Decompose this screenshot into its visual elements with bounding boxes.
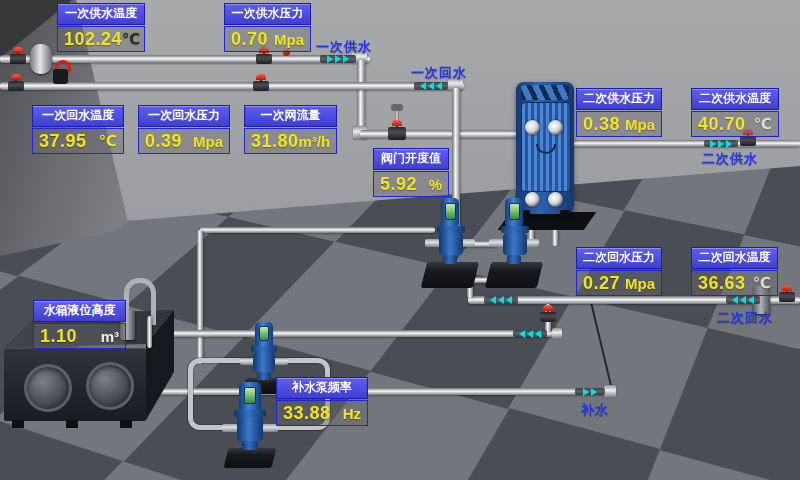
- gauge-value: 36.63℃: [691, 270, 778, 296]
- gauge-number: 36.63: [698, 273, 746, 294]
- gauge-unit: ℃: [122, 30, 140, 48]
- gauge-title: 二次供水温度: [691, 88, 779, 110]
- hx-carrying-bar: [521, 85, 569, 100]
- gauge-title: 二次回水温度: [691, 247, 778, 269]
- gauge-unit: ℃: [99, 132, 117, 150]
- hx-port: [548, 192, 563, 207]
- flow-arrows-primary-return: [414, 82, 448, 90]
- gauge-number: 1.10: [40, 326, 77, 347]
- gauge-title: 一次供水温度: [57, 3, 145, 25]
- gauge-title: 二次回水压力: [576, 247, 662, 269]
- pipe-label-makeup-water: 补水: [581, 401, 609, 419]
- gauge-title: 一次供水压力: [224, 3, 311, 25]
- gauge-value: 37.95℃: [32, 128, 124, 154]
- gauge-makeup-pump-frequency: 补水泵频率 33.88Hz: [276, 377, 368, 426]
- gauge-primary-network-flow: 一次网流量 31.80m³/h: [244, 105, 337, 154]
- tank-leg: [12, 420, 24, 428]
- gauge-unit: m³: [101, 328, 119, 345]
- control-valve-knob: [391, 104, 403, 111]
- valve-secondary-return[interactable]: [779, 292, 795, 302]
- gauge-value: 0.27Mpa: [576, 270, 662, 296]
- gauge-primary-supply-pressure: 一次供水压力 0.70Mpa: [224, 3, 311, 52]
- pipe-pump-suction-drop: [197, 230, 203, 364]
- gauge-unit: ℃: [754, 115, 772, 133]
- gauge-secondary-return-temp: 二次回水温度 36.63℃: [691, 247, 778, 296]
- pipe-end-cap: [604, 385, 616, 398]
- flow-arrows-makeup-main: [513, 330, 547, 337]
- flow-arrows-makeup-water: [575, 388, 605, 395]
- tank-manhole: [86, 362, 134, 410]
- gauge-number: 33.88: [283, 403, 331, 424]
- gauge-secondary-return-pressure: 二次回水压力 0.27Mpa: [576, 247, 662, 296]
- pipe-makeup-main: [148, 330, 560, 337]
- gauge-title: 二次供水压力: [576, 88, 662, 110]
- hx-port: [525, 120, 540, 135]
- flow-arrows-primary-supply: [320, 55, 356, 63]
- gauge-number: 0.27: [583, 273, 620, 294]
- circulation-pump-1[interactable]: [432, 198, 468, 290]
- gauge-unit: %: [429, 176, 442, 193]
- tank-vent-riser: [147, 316, 152, 348]
- gauge-number: 0.70: [231, 29, 268, 50]
- flow-arrows-secondary-supply: [704, 140, 738, 147]
- valve-primary-supply-mid[interactable]: [256, 54, 272, 64]
- pipe-pump-suction: [200, 227, 435, 233]
- valve-primary-return-inlet[interactable]: [8, 81, 24, 91]
- gauge-number: 102.24: [64, 29, 122, 50]
- valve-makeup-tie[interactable]: [540, 312, 556, 322]
- gauge-value: 31.80m³/h: [244, 128, 337, 154]
- valve-secondary-supply[interactable]: [740, 136, 756, 146]
- gauge-secondary-supply-temp: 二次供水温度 40.70℃: [691, 88, 779, 137]
- gauge-value: 0.39Mpa: [138, 128, 230, 154]
- tank-leg: [120, 420, 132, 428]
- heating-station-hmi: 一次供水温度 102.24℃ 一次供水压力 0.70Mpa 一次回水温度 37.…: [0, 0, 800, 480]
- gauge-title: 阀门开度值: [373, 148, 449, 170]
- gauge-unit: Hz: [343, 405, 361, 422]
- pipe-primary-return: [0, 82, 464, 90]
- gauge-primary-return-pressure: 一次回水压力 0.39Mpa: [138, 105, 230, 154]
- pipe-primary-supply: [0, 55, 370, 63]
- pipe-primary-supply-to-hx: [360, 130, 538, 138]
- gauge-unit: Mpa: [193, 133, 223, 150]
- gauge-title: 水箱液位高度: [33, 300, 126, 322]
- flow-arrows-secondary-return: [726, 296, 760, 304]
- hx-port: [548, 120, 563, 135]
- gauge-title: 一次回水压力: [138, 105, 230, 127]
- gauge-value: 102.24℃: [57, 26, 145, 52]
- pipe-label-primary-return: 一次回水: [411, 64, 467, 82]
- gauge-value: 0.70Mpa: [224, 26, 311, 52]
- gauge-number: 31.80: [251, 131, 299, 152]
- gauge-value: 5.92%: [373, 171, 449, 197]
- gauge-unit: Mpa: [625, 116, 655, 133]
- pipe-primary-supply-riser: [357, 60, 365, 134]
- gauge-number: 0.38: [583, 114, 620, 135]
- pipe-label-primary-supply: 一次供水: [316, 38, 372, 56]
- gauge-value: 40.70℃: [691, 111, 779, 137]
- gauge-primary-supply-temp: 一次供水温度 102.24℃: [57, 3, 145, 52]
- gauge-tank-level: 水箱液位高度 1.10m³: [33, 300, 126, 349]
- hx-foot: [560, 210, 570, 219]
- gauge-value: 1.10m³: [33, 323, 126, 349]
- gauge-title: 补水泵频率: [276, 377, 368, 399]
- valve-primary-supply-inlet[interactable]: [10, 54, 26, 64]
- valve-primary-return-mid[interactable]: [253, 81, 269, 91]
- control-valve-primary[interactable]: [388, 127, 406, 140]
- gauge-title: 一次回水温度: [32, 105, 124, 127]
- gauge-secondary-supply-pressure: 二次供水压力 0.38Mpa: [576, 88, 662, 137]
- gauge-unit: Mpa: [274, 31, 304, 48]
- pipe-secondary-supply: [566, 140, 800, 147]
- tank-manhole: [24, 364, 72, 412]
- gauge-unit: m³/h: [299, 133, 331, 150]
- gauge-unit: Mpa: [625, 275, 655, 292]
- actuator-body: [53, 69, 68, 84]
- makeup-pump-2[interactable]: [228, 382, 272, 468]
- circulation-pump-2[interactable]: [496, 198, 532, 290]
- gauge-primary-return-temp: 一次回水温度 37.95℃: [32, 105, 124, 154]
- pipe-label-secondary-supply: 二次供水: [702, 150, 758, 168]
- gauge-number: 0.39: [145, 131, 182, 152]
- gauge-unit: ℃: [753, 274, 771, 292]
- gauge-title: 一次网流量: [244, 105, 337, 127]
- pipe-flange: [552, 328, 562, 339]
- pipe-label-secondary-return: 二次回水: [717, 309, 773, 327]
- tank-leg: [66, 420, 78, 428]
